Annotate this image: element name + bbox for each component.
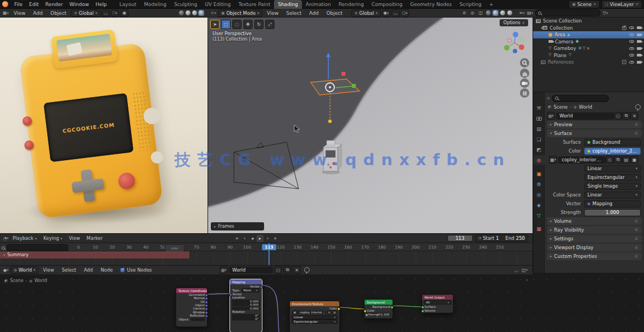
channel-search[interactable] [2,244,68,251]
strength-slider[interactable]: 1.000 [584,209,641,216]
tab-texture-paint[interactable]: Texture Paint [234,0,274,9]
vp-shading-wireframe[interactable] [485,10,491,16]
mapping-rot-x[interactable]: 0° [232,314,260,317]
vector-input-button[interactable]: Mapping [584,200,641,207]
tool-move[interactable]: ✥ [243,20,253,29]
outliner-row-collection[interactable]: ▾ Collection [533,25,644,32]
tab-sculpting[interactable]: Sculpting [170,0,201,9]
breadcrumb-scene[interactable]: Scene [553,104,568,110]
tool-select-box[interactable]: ⬚ [221,20,231,29]
background-strength-field[interactable]: Strength1.000 [366,313,391,316]
collection-hide-toggle[interactable] [629,26,634,29]
play-reverse-button[interactable]: ◂ [249,235,256,242]
shader-editor-type-icon[interactable]: ◉▾ [2,267,9,273]
outliner-row-plane[interactable]: ▽ Plane ▽ [533,52,644,59]
panel-custom-properties[interactable]: ▸Custom Properties☰ [547,252,642,260]
plane-render-toggle[interactable] [637,54,641,57]
interpolation-dropdown[interactable]: Linear▾ [584,165,641,172]
shader-duplicate-icon[interactable]: ⧉ [283,266,292,274]
browse-world-node-icon[interactable]: ◍▾ [220,266,228,274]
xray-toggle[interactable]: ◫ [477,10,484,16]
jump-to-end-button[interactable]: » [272,235,279,242]
vp-menu-object[interactable]: Object [323,10,346,16]
menu-window[interactable]: Window [66,2,93,7]
frames-panel-collapsed[interactable]: ▸ Frames [211,222,264,230]
shader-unlink-icon[interactable]: ✕ [293,266,301,274]
node-mapping[interactable]: Mapping Vector Type: Point▾ Vector Locat… [229,279,262,332]
outliner-display-mode-icon[interactable]: ▤▾ [527,10,534,16]
env-image-name[interactable]: copley_interior_2k.hdr [298,311,326,314]
env-open-icon[interactable]: ▤ [332,310,337,314]
shading-wireframe-toggle[interactable] [178,10,184,16]
panel-volume[interactable]: ▸Volume☰ [547,217,642,225]
tab-texture-icon[interactable]: ▦ [533,224,545,233]
shader-snap-icon[interactable]: ◡ [513,267,520,273]
tool-rotate[interactable]: ↻ [254,20,264,29]
panel-preview[interactable]: ▸Preview☰ [547,121,642,128]
toggle-ortho-button[interactable] [520,88,529,98]
menu-file[interactable]: File [11,2,26,7]
new-scene-icon[interactable]: ✕ [593,2,596,7]
color-texture-button[interactable]: copley_interior_2k.hdr [584,148,641,155]
gameboy-render-toggle[interactable] [637,47,641,50]
shading-material-toggle[interactable] [192,10,198,16]
snap-target-dropdown[interactable]: ∷▾ [111,9,119,17]
menu-keying[interactable]: Keying ▾ [40,235,66,241]
open-image-icon[interactable]: ▤ [622,156,630,164]
mapping-loc-y[interactable]: 0.000 [232,303,260,306]
sh-menu-add[interactable]: Add [81,267,96,273]
color-space-dropdown[interactable]: Linear▾ [584,192,641,199]
tab-layout[interactable]: Layout [116,0,141,9]
start-frame-field[interactable]: 1 [496,235,499,241]
transform-orientation-dropdown[interactable]: ⊕ Global ▾ [351,9,381,17]
tab-rendering[interactable]: Rendering [335,0,368,9]
sh-menu-node[interactable]: Node [97,267,116,273]
proportional-edit-icon[interactable]: ◉ [120,9,128,17]
node-environment-texture[interactable]: Environment Texture Color ▦ copley_inter… [289,301,340,332]
tab-compositing[interactable]: Compositing [368,0,406,9]
tab-modeling[interactable]: Modeling [140,0,170,9]
outliner-search-input[interactable] [535,9,601,16]
properties-search-input[interactable] [552,95,609,102]
references-hide-toggle[interactable] [629,61,634,64]
tab-scripting[interactable]: Scripting [456,0,485,9]
end-frame-field[interactable]: 250 [516,235,525,241]
tab-object-icon[interactable]: ▣ [533,169,545,178]
breadcrumb-world[interactable]: World [579,104,592,110]
show-overlays-toggle[interactable]: ◎ [469,10,476,16]
blender-logo-icon[interactable] [2,1,8,7]
mapping-rot-y[interactable]: 0° [232,317,260,320]
world-name-field[interactable]: World [556,112,614,120]
menu-help[interactable]: Help [92,2,110,7]
tab-tool-icon[interactable]: ⚒ [533,103,545,112]
node-background[interactable]: Background Background Color Strength1.00… [364,299,393,319]
sh-menu-view[interactable]: View [40,267,57,273]
shading-rendered-toggle[interactable] [198,10,204,16]
menu-playback[interactable]: Playback ▾ [9,235,40,241]
node-texture-coordinate[interactable]: Texture Coordinate GeneratedNormalUVObje… [176,288,208,327]
vp-shading-solid[interactable] [492,10,499,16]
tab-world-icon[interactable]: ◍ [533,155,545,165]
browse-image-node-icon[interactable]: ▦ [292,310,298,314]
snap-toggle-icon[interactable]: ◡ [391,9,400,17]
panel-settings[interactable]: ▸Settings☰ [547,235,642,243]
node-title[interactable]: Mapping [230,279,262,284]
prev-keyframe-button[interactable]: ‹ [241,235,248,242]
vp-shading-material[interactable] [500,10,506,16]
sync-range-button[interactable]: ▭▭ [165,244,184,252]
env-interpolation-dropdown[interactable]: Linear▾ [292,315,338,319]
fake-user-icon[interactable]: ○ [614,112,622,120]
area-render-toggle[interactable] [637,33,641,36]
left-menu-add[interactable]: Add [30,10,46,16]
env-duplicate-icon[interactable]: ⧉ [327,310,332,314]
rendered-camera-view[interactable]: CGCOOKIE.COM [0,18,208,233]
mapping-loc-x[interactable]: 0.000 [232,300,260,303]
node-title[interactable]: Texture Coordinate [176,288,207,293]
node-title[interactable]: Background [365,300,393,305]
shader-overlay-dropdown[interactable]: ◫▾ [521,267,528,273]
channel-search-input[interactable] [7,244,68,251]
summary-channel[interactable]: ▾ Summary [0,251,189,258]
move-view-button[interactable] [520,69,529,78]
menu-edit[interactable]: Edit [26,2,42,7]
vp-menu-add[interactable]: Add [306,10,322,16]
